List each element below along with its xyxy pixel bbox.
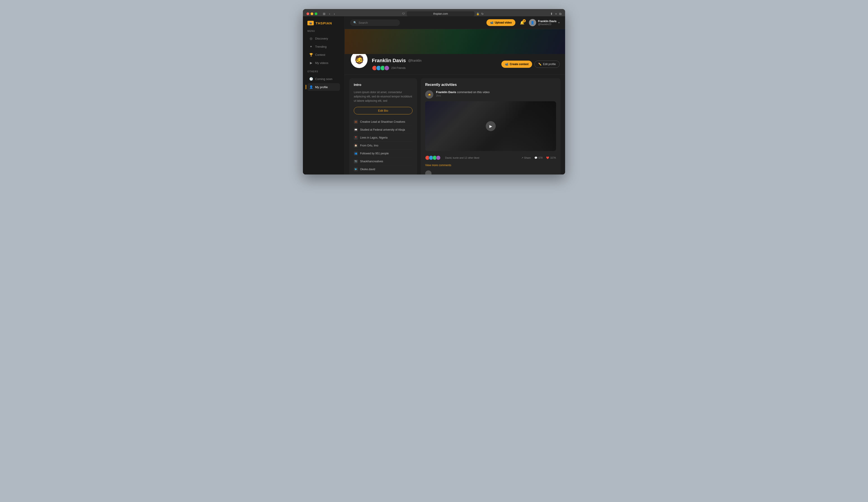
coming-soon-icon: 🕐: [309, 77, 313, 81]
notifications-button[interactable]: 🔔 3: [519, 20, 525, 26]
user-menu[interactable]: 👤 Franklin Davis @franklin23 ▾: [529, 19, 560, 26]
logo-text: THSPIAN: [316, 21, 332, 25]
header-user-handle: @franklin23: [538, 23, 557, 25]
traffic-lights: [307, 12, 317, 15]
header-user-info: Franklin Davis @franklin23: [538, 20, 557, 25]
search-icon: 🔍: [353, 21, 357, 24]
book-icon: 📖: [354, 128, 358, 132]
my-profile-icon: 👤: [309, 85, 313, 89]
my-videos-icon: ▶: [309, 61, 313, 65]
activity-text: Franklin Davis commented on this video: [436, 91, 489, 94]
trending-icon: ✦: [309, 45, 313, 48]
comment-row: [425, 170, 556, 175]
info-job-text: Creative Lead at Shaokhan Creatives: [360, 120, 405, 123]
profile-actions: 📹 Create contest ✏️ Edit profile: [502, 61, 560, 68]
address-bar-container: 🛡 🔒 ↻: [338, 11, 547, 16]
activity-item: 🧔 Franklin Davis commented on this video…: [425, 91, 556, 98]
sidebar-item-discovery[interactable]: ◎ Discovery: [307, 34, 340, 42]
search-bar[interactable]: 🔍: [350, 19, 400, 26]
people-icon: 👥: [354, 151, 358, 156]
share-button[interactable]: ↗ Share: [521, 156, 531, 159]
profile-handle: @franklin: [408, 59, 421, 62]
like-avatars: [425, 156, 441, 160]
sidebar-item-contest[interactable]: 🏆 Contest: [307, 51, 340, 59]
activity-time: 2hrs: [436, 94, 489, 97]
upload-video-button[interactable]: 📹 Upload video: [486, 19, 515, 26]
like-count-value: 327K: [550, 156, 556, 159]
activity-action: commented on this video: [456, 91, 489, 94]
others-section: OTHERS 🕐 Coming soon 👤 My profile: [303, 70, 344, 91]
new-tab-button[interactable]: +: [555, 12, 557, 15]
search-input[interactable]: [359, 21, 397, 24]
comment-icon: 💬: [534, 156, 538, 159]
edit-profile-label: Edit profile: [543, 63, 556, 66]
video-preview[interactable]: ▶: [425, 101, 556, 151]
header-user-avatar: 👤: [529, 19, 536, 26]
briefcase-icon: 💼: [354, 120, 358, 124]
edit-bio-button[interactable]: Edit Bio: [354, 107, 413, 114]
create-contest-label: Create contest: [510, 63, 528, 66]
info-location-text: Lives in Lagos, Nigeria: [360, 136, 388, 139]
info-item-instagram: 📷 Shaokhancreatives: [354, 158, 413, 166]
minimize-button[interactable]: [311, 12, 313, 15]
view-more-comments[interactable]: View more comments: [425, 162, 556, 169]
sidebar-item-my-profile[interactable]: 👤 My profile: [307, 83, 340, 91]
reload-icon[interactable]: ↻: [481, 12, 484, 15]
instagram-icon: 📷: [354, 159, 358, 164]
twitter-icon: 🐦: [354, 167, 358, 171]
browser-actions: ⬆ + ⧉: [550, 12, 561, 16]
header-user-name: Franklin Davis: [538, 20, 557, 23]
sidebar-toggle-button[interactable]: ⊞: [322, 11, 327, 16]
content-area: Intro Lorem ipsum dolor sit amet, consec…: [345, 75, 565, 175]
location-icon: 📍: [354, 136, 358, 140]
edit-profile-button[interactable]: ✏️ Edit profile: [534, 61, 560, 68]
friends-count: 234 Friends: [391, 66, 405, 70]
activities-title: Recently activities: [425, 83, 556, 87]
activity-content: Franklin Davis commented on this video 2…: [436, 91, 489, 97]
logo: 🎬 THSPIAN: [303, 20, 344, 30]
info-instagram-text: Shaokhancreatives: [360, 160, 383, 163]
back-button[interactable]: ‹: [328, 11, 331, 16]
like-avatar-4: [436, 156, 441, 160]
sidebar-item-my-videos-label: My videos: [315, 61, 329, 65]
sidebar-item-trending[interactable]: ✦ Trending: [307, 43, 340, 50]
tabs-overview-button[interactable]: ⧉: [559, 12, 561, 16]
edit-icon: ✏️: [538, 63, 541, 66]
comment-count: 💬 578: [534, 156, 542, 159]
notification-badge: 3: [523, 19, 526, 22]
sidebar-item-coming-soon[interactable]: 🕐 Coming soon: [307, 75, 340, 83]
info-twitter-text: Okeke.david: [360, 168, 375, 171]
profile-name: Franklin Davis: [372, 57, 406, 63]
maximize-button[interactable]: [315, 12, 317, 15]
intro-title: Intro: [354, 83, 413, 86]
chevron-down-icon: ▾: [558, 21, 560, 24]
share-page-button[interactable]: ⬆: [550, 12, 553, 15]
like-text: David, kunle and 12 other liked: [445, 156, 479, 159]
sidebar-item-my-profile-label: My profile: [315, 85, 328, 89]
header-right: 📹 Upload video 🔔 3 👤 Franklin Davis @fra…: [486, 19, 560, 26]
active-indicator: [306, 85, 306, 89]
play-button[interactable]: ▶: [486, 121, 496, 131]
create-contest-button[interactable]: 📹 Create contest: [502, 61, 532, 68]
app-header: 🔍 📹 Upload video 🔔 3 👤 Fr: [345, 16, 565, 29]
profile-banner: [345, 29, 565, 54]
sidebar-item-my-videos[interactable]: ▶ My videos: [307, 59, 340, 67]
comment-count-value: 578: [538, 156, 542, 159]
sidebar-item-coming-soon-label: Coming soon: [315, 77, 332, 81]
close-button[interactable]: [307, 12, 309, 15]
others-label: OTHERS: [307, 70, 340, 73]
forward-button[interactable]: ›: [333, 11, 336, 16]
intro-card: Intro Lorem ipsum dolor sit amet, consec…: [349, 78, 417, 175]
activity-username: Franklin Davis: [436, 91, 456, 94]
friend-avatar-4: [384, 65, 390, 71]
friends-row: 234 Friends: [372, 65, 498, 71]
info-hometown-text: From Orlu, Imo: [360, 144, 379, 147]
heart-icon: ❤️: [546, 156, 549, 159]
profile-info-bar: 🧔 Franklin Davis @franklin 234 Frie: [345, 54, 565, 75]
info-list: 💼 Creative Lead at Shaokhan Creatives 📖 …: [354, 118, 413, 173]
address-input[interactable]: [407, 11, 474, 16]
left-panel: Intro Lorem ipsum dolor sit amet, consec…: [349, 78, 417, 175]
sidebar: 🎬 THSPIAN MENU ◎ Discovery ✦ Trending 🏆 …: [303, 16, 345, 175]
info-item-followers: 👥 Followed by 951 people: [354, 150, 413, 158]
video-actions: David, kunle and 12 other liked ↗ Share …: [425, 154, 556, 162]
